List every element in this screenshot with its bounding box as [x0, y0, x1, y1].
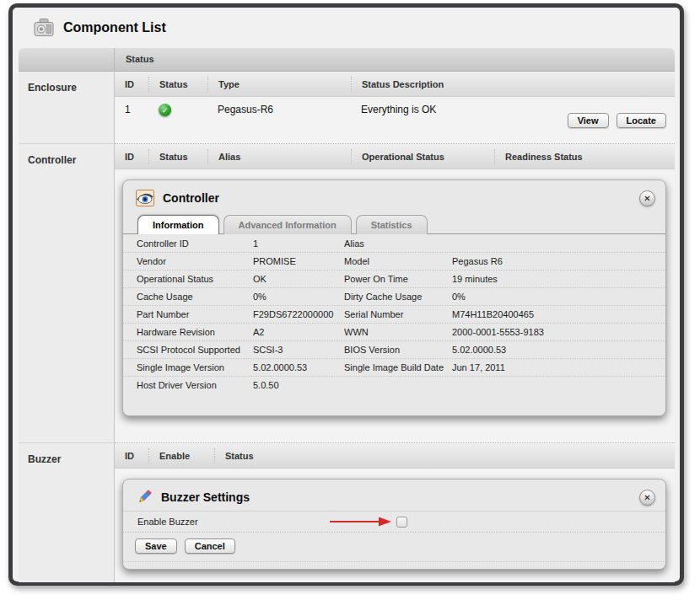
field-label: SCSI Protocol Supported — [137, 345, 253, 355]
close-icon[interactable]: ✕ — [639, 490, 655, 506]
buzzer-dialog-title: Buzzer Settings — [161, 490, 250, 504]
enclosure-type: Pegasus-R6 — [207, 104, 351, 115]
info-row: Hardware Revision A2 WWN 2000-0001-5553-… — [123, 323, 665, 340]
info-row: SCSI Protocol Supported SCSI-3 BIOS Vers… — [123, 340, 665, 358]
field-value: M74H11B20400465 — [452, 309, 665, 319]
info-row: Single Image Version 5.02.0000.53 Single… — [123, 358, 665, 376]
field-label: BIOS Version — [344, 345, 452, 355]
info-row: Part Number F29DS6722000000 Serial Numbe… — [123, 305, 665, 323]
title-bar: Component List — [13, 8, 680, 48]
page-title: Component List — [63, 20, 166, 35]
tab-advanced-information[interactable]: Advanced Information — [223, 215, 352, 234]
field-label: Part Number — [137, 309, 253, 319]
info-row: Cache Usage 0% Dirty Cache Usage 0% — [123, 287, 665, 305]
status-group-header: Status — [115, 48, 675, 72]
buzzer-content: ID Enable Status — [115, 442, 675, 582]
field-label: Serial Number — [344, 309, 452, 319]
col-alias: Alias — [207, 149, 351, 164]
field-label: Single Image Version — [137, 362, 253, 372]
enclosure-column-headers: ID Status Type Status Description — [115, 72, 675, 97]
red-arrow-icon — [330, 517, 392, 527]
section-enclosure: Enclosure ID Status Type Status Descript… — [19, 72, 675, 143]
field-value: OK — [253, 274, 344, 284]
component-list-window: Component List Status Enclosure ID Statu… — [8, 3, 684, 586]
col-status: Status — [214, 448, 675, 463]
field-label: Single Image Build Date — [344, 362, 452, 372]
eye-icon — [136, 190, 154, 206]
field-label: Model — [344, 256, 452, 266]
field-value: A2 — [253, 327, 344, 337]
close-icon[interactable]: ✕ — [639, 190, 655, 206]
field-value: SCSI-3 — [253, 345, 344, 355]
table-top-header: Status — [19, 48, 675, 72]
col-type: Type — [207, 77, 351, 92]
field-label: Hardware Revision — [137, 327, 253, 337]
tab-information[interactable]: Information — [137, 215, 219, 234]
field-value: PROMISE — [253, 256, 344, 266]
component-list-icon — [34, 19, 54, 37]
section-controller: Controller ID Status Alias Operational S… — [19, 143, 675, 442]
field-label: WWN — [344, 327, 452, 337]
enable-buzzer-checkbox[interactable] — [396, 517, 407, 528]
section-label-controller: Controller — [19, 143, 115, 442]
col-status-description: Status Description — [351, 77, 675, 92]
field-value: 5.02.0000.53 — [253, 362, 344, 372]
enclosure-id: 1 — [115, 104, 148, 115]
controller-content: ID Status Alias Operational Status Readi… — [115, 143, 675, 442]
field-label: Operational Status — [137, 274, 253, 284]
green-check-icon: ✓ — [159, 104, 171, 116]
controller-dialog-title: Controller — [163, 191, 219, 205]
section-label-buzzer: Buzzer — [19, 442, 115, 582]
info-row: Host Driver Version 5.0.50 — [123, 376, 665, 394]
enable-buzzer-label: Enable Buzzer — [137, 517, 330, 527]
enclosure-content: ID Status Type Status Description 1 ✓ Pe… — [115, 72, 675, 143]
info-row: Controller ID 1 Alias — [123, 234, 665, 252]
field-value: Jun 17, 2011 — [452, 362, 665, 372]
field-label: Power On Time — [344, 274, 452, 284]
buzzer-column-headers: ID Enable Status — [115, 443, 675, 469]
locate-button[interactable]: Locate — [617, 113, 666, 128]
col-status: Status — [148, 149, 207, 164]
field-value: Pegasus R6 — [452, 256, 665, 266]
field-label: Controller ID — [137, 238, 253, 249]
controller-dialog: Controller ✕ Information Advanced Inform… — [122, 179, 666, 416]
field-value: 19 minutes — [452, 274, 665, 284]
col-id: ID — [115, 448, 148, 463]
cancel-button[interactable]: Cancel — [185, 538, 235, 554]
col-enable: Enable — [148, 448, 214, 463]
table-corner-cell — [19, 48, 115, 72]
buzzer-settings-dialog: Buzzer Settings ✕ Enable Buzzer Save Ca — [122, 479, 666, 570]
pencil-icon — [136, 489, 153, 506]
view-button[interactable]: View — [568, 113, 609, 128]
col-id: ID — [115, 77, 148, 92]
col-status: Status — [148, 77, 207, 92]
col-readiness-status: Readiness Status — [494, 149, 675, 164]
component-table: Status Enclosure ID Status Type Status D… — [19, 48, 675, 582]
col-operational-status: Operational Status — [351, 149, 494, 164]
field-value: 2000-0001-5553-9183 — [452, 327, 665, 337]
info-row: Vendor PROMISE Model Pegasus R6 — [123, 252, 665, 270]
field-label: Cache Usage — [137, 292, 253, 302]
controller-tabs: Information Advanced Information Statist… — [123, 212, 665, 234]
field-label: Host Driver Version — [137, 380, 253, 390]
enable-buzzer-row: Enable Buzzer — [123, 511, 665, 533]
field-value: 0% — [253, 292, 344, 302]
col-id: ID — [115, 149, 148, 164]
section-buzzer: Buzzer ID Enable Status — [19, 442, 675, 582]
field-value: 0% — [452, 292, 665, 302]
save-button[interactable]: Save — [135, 538, 177, 554]
field-label: Vendor — [137, 256, 253, 266]
tab-statistics[interactable]: Statistics — [356, 215, 428, 234]
controller-column-headers: ID Status Alias Operational Status Readi… — [115, 144, 675, 169]
field-label: Dirty Cache Usage — [344, 292, 452, 302]
controller-info-grid: Controller ID 1 Alias Vendor PROMISE Mod… — [123, 234, 665, 402]
info-row: Operational Status OK Power On Time 19 m… — [123, 270, 665, 287]
field-label: Alias — [344, 238, 452, 249]
dialog-footer — [123, 561, 665, 572]
field-value: F29DS6722000000 — [253, 309, 344, 319]
field-value: 1 — [253, 238, 344, 249]
field-value: 5.0.50 — [253, 380, 344, 390]
section-label-enclosure: Enclosure — [19, 72, 115, 143]
field-value: 5.02.0000.53 — [452, 345, 665, 355]
